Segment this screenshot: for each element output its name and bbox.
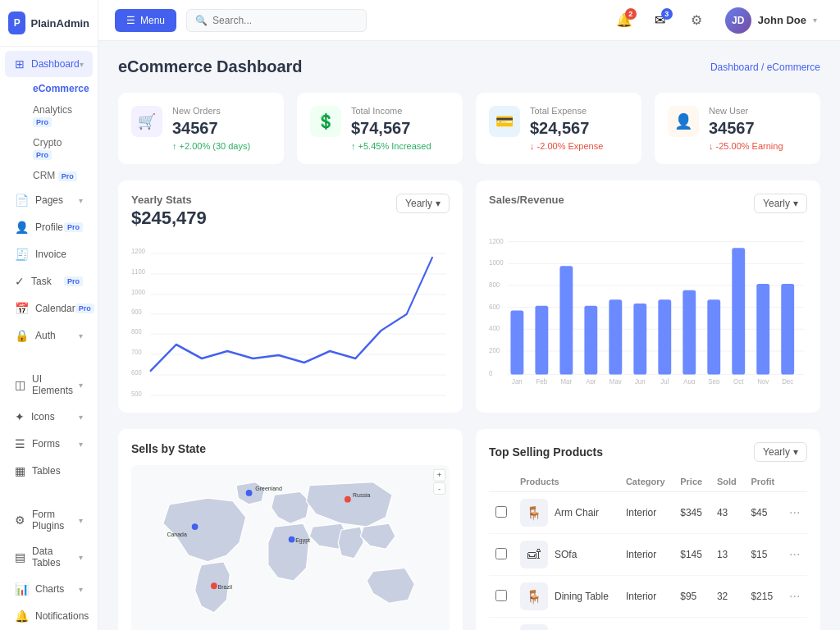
svg-text:600: 600 — [131, 368, 142, 377]
chart-title: Yearly Stats — [131, 194, 207, 206]
yearly-stats-card: Yearly Stats $245,479 Yearly ▾ 500 600 7… — [118, 180, 463, 413]
sidebar-nav-secondary: ◫ UI Elements ▾ ✦ Icons ▾ ☰ Forms ▾ ▦ Ta… — [0, 363, 98, 488]
bottom-row: Sells by State — [118, 429, 820, 630]
svg-text:500: 500 — [131, 389, 142, 398]
forms-icon: ☰ — [15, 437, 25, 450]
product-sold: 13 — [710, 534, 744, 576]
table-title: Top Selling Products — [489, 445, 603, 459]
row-checkbox[interactable] — [495, 548, 507, 559]
stat-change: ↓ -25.00% Earning — [709, 141, 783, 151]
sidebar-item-label: Tables — [32, 465, 61, 477]
sidebar-item-data-tables[interactable]: ▤ Data Tables ▾ — [5, 539, 93, 575]
sidebar-item-invoice[interactable]: 🧾 Invoice — [5, 241, 93, 267]
user-chevron-icon: ▾ — [813, 16, 817, 25]
product-price: $345 — [673, 492, 710, 534]
svg-rect-51 — [732, 248, 745, 374]
stat-card-users: 👤 New User 34567 ↓ -25.00% Earning — [655, 93, 820, 164]
row-checkbox[interactable] — [495, 506, 507, 518]
svg-rect-46 — [609, 299, 622, 374]
chart-value: $245,479 — [131, 208, 207, 229]
chevron-down-icon: ▾ — [436, 198, 441, 209]
svg-text:1000: 1000 — [489, 259, 504, 267]
sidebar: P PlainAdmin ⊞ Dashboard ▾ eCommerce Ana… — [0, 0, 98, 630]
svg-point-68 — [345, 496, 351, 503]
stat-label: Total Income — [351, 106, 431, 116]
notification-button[interactable]: 🔔 2 — [610, 7, 638, 34]
sidebar-item-label: Calendar — [35, 303, 75, 314]
filter-icon: ⚙ — [691, 12, 702, 28]
sidebar-item-task[interactable]: ✓ Task Pro — [5, 268, 93, 294]
svg-text:Aug: Aug — [683, 378, 695, 384]
sidebar-item-profile[interactable]: 👤 Profile Pro — [5, 214, 93, 240]
menu-button[interactable]: ☰ Menu — [115, 9, 176, 32]
search-input[interactable] — [212, 15, 358, 26]
sidebar-item-tables[interactable]: ▦ Tables — [5, 458, 93, 484]
chart-header: Sales/Revenue Yearly ▾ — [489, 194, 807, 213]
task-badge: Pro — [64, 276, 83, 286]
yearly-stats-dropdown[interactable]: Yearly ▾ — [396, 194, 450, 213]
sidebar-item-label: Data Tables — [32, 546, 79, 568]
sidebar-item-label: Dashboard — [31, 58, 80, 70]
chevron-down-icon: ▾ — [79, 413, 83, 422]
chart-title: Sales/Revenue — [489, 194, 564, 206]
stat-value: $24,567 — [530, 119, 603, 138]
svg-rect-53 — [781, 284, 794, 374]
sidebar-item-pages[interactable]: 📄 Pages ▾ — [5, 187, 93, 213]
table-row: 🛋 SOfa Interior $145 13 $15 ··· — [489, 534, 807, 576]
map-title: Sells by State — [131, 442, 450, 455]
sidebar-item-form-plugins[interactable]: ⚙ Form Plugins ▾ — [5, 502, 93, 538]
table-row: 🪑 Office Chair Interior $105 23 $345 ··· — [489, 618, 807, 631]
row-actions-button[interactable]: ··· — [789, 505, 800, 520]
auth-icon: 🔒 — [15, 329, 29, 342]
main-area: ☰ Menu 🔍 🔔 2 ✉ 3 ⚙ JD John Doe ▾ — [98, 0, 840, 630]
sidebar-item-notifications[interactable]: 🔔 Notifications — [5, 603, 93, 629]
svg-text:Canada: Canada — [167, 532, 187, 537]
sidebar-item-label: Form Plugins — [32, 509, 79, 532]
svg-point-72 — [289, 536, 295, 543]
svg-text:600: 600 — [489, 303, 500, 310]
products-dropdown[interactable]: Yearly ▾ — [754, 442, 807, 462]
sales-dropdown[interactable]: Yearly ▾ — [754, 194, 807, 213]
stat-value: $74,567 — [351, 119, 431, 138]
sidebar-item-crypto[interactable]: Crypto Pro — [5, 132, 93, 165]
product-cell: 🪑 Dining Table — [520, 582, 613, 610]
sidebar-item-crm[interactable]: CRM Pro — [5, 165, 93, 186]
svg-text:Jan: Jan — [512, 378, 523, 384]
product-sold: 32 — [710, 576, 744, 618]
row-actions-button[interactable]: ··· — [789, 547, 800, 562]
expense-icon: 💳 — [489, 106, 520, 137]
sidebar-item-ecommerce[interactable]: eCommerce — [5, 78, 93, 99]
topbar: ☰ Menu 🔍 🔔 2 ✉ 3 ⚙ JD John Doe ▾ — [98, 0, 840, 41]
sidebar-item-calendar[interactable]: 📅 Calendar Pro — [5, 295, 93, 322]
sidebar-item-charts[interactable]: 📊 Charts ▾ — [5, 576, 93, 602]
row-actions-button[interactable]: ··· — [789, 589, 800, 604]
notifications-icon: 🔔 — [15, 609, 29, 623]
income-icon: 💲 — [310, 106, 341, 137]
sidebar-item-ui-elements[interactable]: ◫ UI Elements ▾ — [5, 367, 93, 403]
stat-info: Total Expense $24,567 ↓ -2.00% Expense — [530, 106, 603, 151]
product-sold: 23 — [710, 618, 744, 631]
svg-text:1200: 1200 — [489, 237, 504, 244]
product-name: Arm Chair — [555, 507, 599, 518]
filter-button[interactable]: ⚙ — [682, 7, 710, 34]
sidebar-item-dashboard[interactable]: ⊞ Dashboard ▾ — [5, 51, 93, 77]
form-plugins-icon: ⚙ — [15, 514, 25, 527]
page-title: eCommerce Dashboard — [118, 57, 303, 76]
user-menu[interactable]: JD John Doe ▾ — [719, 4, 824, 37]
crm-badge: Pro — [58, 171, 77, 181]
svg-text:200: 200 — [489, 347, 500, 354]
sidebar-item-forms[interactable]: ☰ Forms ▾ — [5, 431, 93, 457]
row-checkbox[interactable] — [495, 590, 507, 601]
sidebar-item-analytics[interactable]: Analytics Pro — [5, 99, 93, 132]
product-cell: 🪑 Arm Chair — [520, 499, 613, 527]
chevron-down-icon: ▾ — [79, 440, 83, 449]
sidebar-item-auth[interactable]: 🔒 Auth ▾ — [5, 322, 93, 349]
sidebar-item-icons[interactable]: ✦ Icons ▾ — [5, 404, 93, 430]
email-button[interactable]: ✉ 3 — [646, 7, 674, 34]
product-thumb: 🪑 — [520, 624, 548, 630]
svg-text:1100: 1100 — [131, 267, 145, 276]
svg-text:0: 0 — [489, 370, 493, 377]
table-row: 🪑 Arm Chair Interior $345 43 $45 ··· — [489, 492, 807, 534]
menu-icon: ☰ — [126, 15, 135, 26]
svg-text:900: 900 — [131, 307, 142, 316]
